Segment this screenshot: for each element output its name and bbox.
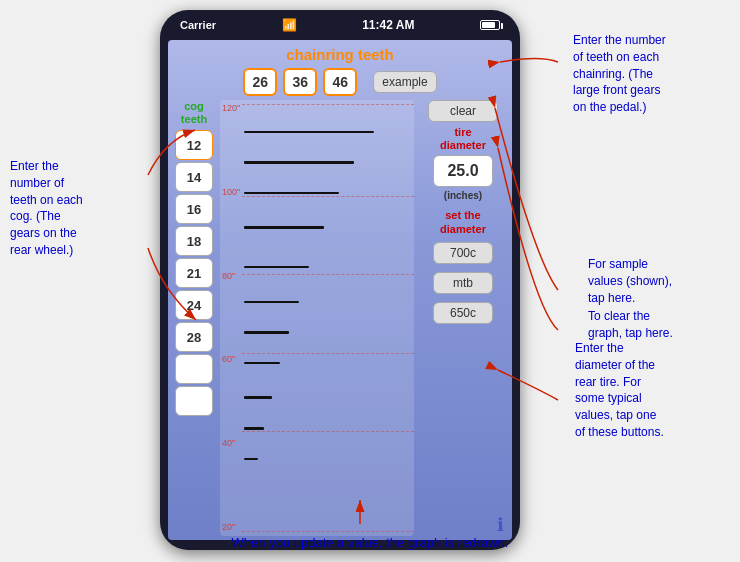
- gear-line-9: [244, 396, 272, 399]
- wifi-icon: 📶: [282, 18, 297, 32]
- graph-area: 120" 100" 80" 60" 40" 20": [220, 100, 414, 536]
- gear-line-4: [244, 226, 324, 229]
- cog-input-2[interactable]: 14: [175, 162, 213, 192]
- graph-y-labels: 120" 100" 80" 60" 40" 20": [222, 100, 240, 536]
- annotation-bottom: When you update a value, the graph is re…: [0, 535, 740, 550]
- y-label-60: 60": [222, 355, 240, 364]
- chainring-inputs: 26 36 46 example: [172, 68, 508, 96]
- cog-input-empty-1[interactable]: [175, 354, 213, 384]
- tire-section: tire diameter 25.0 (inches): [433, 126, 493, 201]
- cog-input-7[interactable]: 28: [175, 322, 213, 352]
- cog-input-6[interactable]: 24: [175, 290, 213, 320]
- y-label-80: 80": [222, 272, 240, 281]
- gear-line-11: [244, 458, 258, 461]
- chainring-title: chainring teeth: [172, 46, 508, 63]
- time-text: 11:42 AM: [362, 18, 414, 32]
- status-bar: Carrier 📶 11:42 AM: [160, 18, 520, 32]
- chainring-header: chainring teeth 26 36 46 example: [168, 40, 512, 100]
- gear-line-6: [244, 301, 299, 304]
- diameter-mtb-button[interactable]: mtb: [433, 272, 493, 294]
- chainring-input-1[interactable]: 26: [243, 68, 277, 96]
- main-content: cog teeth 12 14 16 18 21 24 28 120" 100"…: [168, 100, 512, 540]
- annotation-left: Enter thenumber ofteeth on eachcog. (The…: [10, 158, 150, 259]
- y-label-20: 20": [222, 523, 240, 532]
- example-button[interactable]: example: [373, 71, 436, 93]
- dashed-line-5: [242, 431, 414, 432]
- tire-label: tire diameter: [433, 126, 493, 152]
- battery-icon: [480, 20, 500, 30]
- clear-button[interactable]: clear: [428, 100, 498, 122]
- cog-input-empty-2[interactable]: [175, 386, 213, 416]
- dashed-line-3: [242, 274, 414, 275]
- chainring-input-2[interactable]: 36: [283, 68, 317, 96]
- phone-screen: chainring teeth 26 36 46 example cog tee…: [168, 40, 512, 540]
- annotation-right-example: For samplevalues (shown),tap here.: [588, 256, 728, 306]
- gear-line-7: [244, 331, 289, 334]
- y-label-120: 120": [222, 104, 240, 113]
- gear-line-8: [244, 362, 280, 365]
- gear-line-3: [244, 192, 339, 195]
- info-icon[interactable]: ℹ: [497, 514, 504, 536]
- dashed-line-4: [242, 353, 414, 354]
- set-diameter-label: set the diameter: [440, 209, 486, 235]
- phone-frame: Carrier 📶 11:42 AM chainring teeth 26 36…: [160, 10, 520, 550]
- chainring-input-3[interactable]: 46: [323, 68, 357, 96]
- cog-input-3[interactable]: 16: [175, 194, 213, 224]
- dashed-line-1: [242, 104, 414, 105]
- right-panel: clear tire diameter 25.0 (inches) set th…: [418, 100, 508, 536]
- dashed-line-2: [242, 196, 414, 197]
- gear-line-5: [244, 266, 309, 269]
- cog-input-4[interactable]: 18: [175, 226, 213, 256]
- dashed-line-6: [242, 531, 414, 532]
- cog-input-1[interactable]: 12: [175, 130, 213, 160]
- tire-diameter-value[interactable]: 25.0: [433, 155, 493, 187]
- diameter-700c-button[interactable]: 700c: [433, 242, 493, 264]
- annotation-right-diameter: Enter thediameter of therear tire. Forso…: [575, 340, 730, 441]
- y-label-100: 100": [222, 188, 240, 197]
- tire-unit: (inches): [433, 190, 493, 201]
- carrier-text: Carrier: [180, 19, 216, 31]
- y-label-40: 40": [222, 439, 240, 448]
- annotation-right-chainring: Enter the numberof teeth on eachchainrin…: [573, 32, 728, 116]
- cog-header: cog teeth: [181, 100, 207, 126]
- gear-line-1: [244, 131, 374, 134]
- gear-line-10: [244, 427, 264, 430]
- gear-line-2: [244, 161, 354, 164]
- annotation-right-clear: To clear thegraph, tap here.: [588, 308, 728, 342]
- cog-input-5[interactable]: 21: [175, 258, 213, 288]
- diameter-650c-button[interactable]: 650c: [433, 302, 493, 324]
- cog-column: cog teeth 12 14 16 18 21 24 28: [172, 100, 216, 536]
